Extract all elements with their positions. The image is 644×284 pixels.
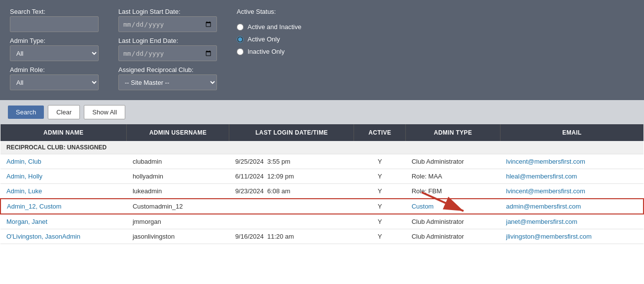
row-last-login bbox=[229, 199, 354, 214]
row-email[interactable]: lvincent@membersfirst.com bbox=[500, 184, 644, 199]
radio-active-only-input[interactable] bbox=[237, 36, 244, 43]
row-last-login bbox=[229, 214, 354, 229]
last-login-end-label: Last Login End Date: bbox=[118, 37, 217, 44]
row-username: lukeadmin bbox=[127, 184, 229, 199]
filter-col-2: Last Login Start Date: Last Login End Da… bbox=[118, 8, 217, 90]
admin-role-group: Admin Role: All bbox=[10, 66, 99, 90]
row-active: Y bbox=[354, 214, 406, 229]
assigned-club-group: Assigned Reciprocal Club: -- Site Master… bbox=[118, 66, 217, 90]
group-header-row: RECIPROCAL CLUB: UNASSIGNED bbox=[0, 141, 644, 154]
row-active: Y bbox=[354, 199, 406, 214]
last-login-start-label: Last Login Start Date: bbox=[118, 8, 217, 15]
col-active: ACTIVE bbox=[354, 124, 406, 141]
row-active: Y bbox=[354, 154, 406, 169]
row-admin-type: Custom bbox=[406, 199, 501, 214]
row-email[interactable]: admin@membersfirst.com bbox=[500, 199, 644, 214]
row-active: Y bbox=[354, 184, 406, 199]
last-login-end-group: Last Login End Date: bbox=[118, 37, 217, 61]
col-last-login: LAST LOGIN DATE/TIME bbox=[229, 124, 354, 141]
row-username: Customadmin_12 bbox=[127, 199, 229, 214]
row-username: hollyadmin bbox=[127, 169, 229, 184]
last-login-end-input[interactable] bbox=[118, 45, 217, 61]
search-text-input[interactable] bbox=[10, 16, 99, 32]
admin-role-select[interactable]: All bbox=[10, 74, 99, 90]
search-text-group: Search Text: bbox=[10, 8, 99, 32]
row-username: jmmorgan bbox=[127, 214, 229, 229]
row-last-login: 9/23/2024 6:08 am bbox=[229, 184, 354, 199]
row-admin-type: Club Administrator bbox=[406, 229, 501, 244]
last-login-start-group: Last Login Start Date: bbox=[118, 8, 217, 32]
table-row: Admin, Luke lukeadmin 9/23/2024 6:08 am … bbox=[0, 184, 644, 199]
row-admin-type: Club Administrator bbox=[406, 214, 501, 229]
results-table-wrapper: ADMIN NAME ADMIN USERNAME LAST LOGIN DAT… bbox=[0, 124, 644, 244]
row-active: Y bbox=[354, 169, 406, 184]
row-last-login: 9/25/2024 3:55 pm bbox=[229, 154, 354, 169]
radio-active-inactive[interactable]: Active and Inactive bbox=[237, 23, 301, 31]
col-email: EMAIL bbox=[500, 124, 644, 141]
active-status-radio-group: Active and Inactive Active Only Inactive… bbox=[237, 23, 301, 55]
admin-role-label: Admin Role: bbox=[10, 66, 99, 73]
clear-button[interactable]: Clear bbox=[48, 105, 80, 119]
table-row: Morgan, Janet jmmorgan Y Club Administra… bbox=[0, 214, 644, 229]
show-all-button[interactable]: Show All bbox=[84, 105, 125, 119]
admin-type-label: Admin Type: bbox=[10, 37, 99, 44]
row-admin-type: Club Administrator bbox=[406, 154, 501, 169]
row-last-login: 9/16/2024 11:20 am bbox=[229, 229, 354, 244]
row-email[interactable]: jlivingston@membersfirst.com bbox=[500, 229, 644, 244]
active-status-label: Active Status: bbox=[237, 8, 301, 15]
row-admin-type: Role: MAA bbox=[406, 169, 501, 184]
row-last-login: 6/11/2024 12:09 pm bbox=[229, 169, 354, 184]
filter-panel: Search Text: Admin Type: All Club Admini… bbox=[0, 0, 644, 100]
row-admin-name[interactable]: Admin_12, Custom bbox=[0, 199, 127, 214]
radio-inactive-only-label: Inactive Only bbox=[248, 48, 285, 55]
row-email[interactable]: lvincent@membersfirst.com bbox=[500, 154, 644, 169]
table-header-row: ADMIN NAME ADMIN USERNAME LAST LOGIN DAT… bbox=[0, 124, 644, 141]
col-admin-type: ADMIN TYPE bbox=[406, 124, 501, 141]
row-email[interactable]: hleal@membersfirst.com bbox=[500, 169, 644, 184]
table-row: O'Livingston, JasonAdmin jasonlivingston… bbox=[0, 229, 644, 244]
row-username: jasonlivingston bbox=[127, 229, 229, 244]
radio-active-only[interactable]: Active Only bbox=[237, 36, 301, 43]
col-admin-username: ADMIN USERNAME bbox=[127, 124, 229, 141]
assigned-club-label: Assigned Reciprocal Club: bbox=[118, 66, 217, 73]
search-text-label: Search Text: bbox=[10, 8, 99, 15]
row-email[interactable]: janet@membersfirst.com bbox=[500, 214, 644, 229]
radio-inactive-only[interactable]: Inactive Only bbox=[237, 48, 301, 55]
group-label: RECIPROCAL CLUB: UNASSIGNED bbox=[0, 141, 644, 154]
assigned-club-select[interactable]: -- Site Master -- bbox=[118, 74, 217, 90]
table-row: Admin, Club clubadmin 9/25/2024 3:55 pm … bbox=[0, 154, 644, 169]
row-admin-name[interactable]: Admin, Club bbox=[0, 154, 127, 169]
arrow-indicator-row bbox=[0, 214, 644, 214]
admin-type-select[interactable]: All Club Administrator Role: MAA Role: F… bbox=[10, 45, 99, 61]
row-admin-name[interactable]: Morgan, Janet bbox=[0, 214, 127, 229]
row-active: Y bbox=[354, 229, 406, 244]
row-admin-name[interactable]: Admin, Holly bbox=[0, 169, 127, 184]
table-row: Admin, Holly hollyadmin 6/11/2024 12:09 … bbox=[0, 169, 644, 184]
highlighted-table-row: Admin_12, Custom Customadmin_12 Y Custom… bbox=[0, 199, 644, 214]
action-bar: Search Clear Show All bbox=[0, 100, 644, 124]
radio-active-inactive-label: Active and Inactive bbox=[248, 23, 301, 31]
search-button[interactable]: Search bbox=[8, 106, 44, 119]
row-username: clubadmin bbox=[127, 154, 229, 169]
filter-col-3: Active Status: Active and Inactive Activ… bbox=[237, 8, 301, 55]
radio-active-only-label: Active Only bbox=[248, 36, 280, 43]
row-admin-name[interactable]: Admin, Luke bbox=[0, 184, 127, 199]
results-table: ADMIN NAME ADMIN USERNAME LAST LOGIN DAT… bbox=[0, 124, 644, 244]
col-admin-name: ADMIN NAME bbox=[0, 124, 127, 141]
admin-type-group: Admin Type: All Club Administrator Role:… bbox=[10, 37, 99, 61]
last-login-start-input[interactable] bbox=[118, 16, 217, 32]
filter-col-1: Search Text: Admin Type: All Club Admini… bbox=[10, 8, 99, 90]
radio-inactive-only-input[interactable] bbox=[237, 48, 244, 55]
radio-active-inactive-input[interactable] bbox=[237, 24, 244, 31]
row-admin-type: Role: FBM bbox=[406, 184, 501, 199]
row-admin-name[interactable]: O'Livingston, JasonAdmin bbox=[0, 229, 127, 244]
